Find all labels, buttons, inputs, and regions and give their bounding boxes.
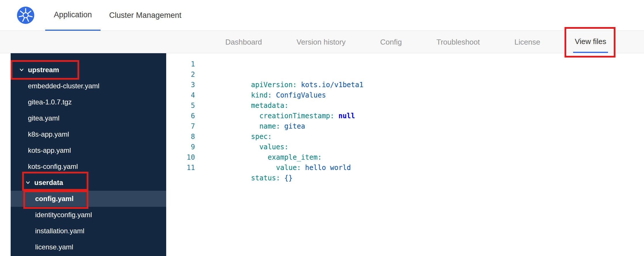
- app-nav-tab-label: Version history: [297, 38, 346, 47]
- app-nav-tab-label: Config: [380, 38, 402, 47]
- line-number: 1: [166, 59, 195, 69]
- file-tree-item[interactable]: embedded-cluster.yaml: [11, 78, 166, 94]
- chevron-down-icon: [25, 180, 31, 186]
- code-text: [209, 163, 259, 173]
- kubernetes-logo: [17, 6, 35, 24]
- file-tree: upstream embedded-cluster.yaml gitea: [11, 53, 166, 255]
- file-tree-item-label: userdata: [34, 179, 63, 187]
- chevron-down-icon: [19, 67, 24, 73]
- code-text: metadata:: [209, 80, 289, 90]
- app-nav-tab[interactable]: Dashboard: [223, 31, 264, 53]
- file-tree-item-label: kots-config.yaml: [28, 163, 78, 171]
- app-nav-tab[interactable]: Config: [378, 31, 404, 53]
- code-line: 3 metadata:: [166, 80, 644, 90]
- code-line: 10 status: {}: [166, 152, 644, 163]
- file-tree-item[interactable]: kots-config.yaml: [11, 158, 166, 175]
- file-tree-item-label: embedded-cluster.yaml: [28, 82, 99, 90]
- code-token: {}: [280, 174, 293, 182]
- app-nav-tabs: Dashboard Version history Config Trouble…: [0, 31, 644, 53]
- code-text: spec:: [209, 111, 272, 121]
- code-line: 6 spec:: [166, 111, 644, 121]
- app-nav-tab[interactable]: Version history: [295, 31, 348, 53]
- line-number: 11: [166, 163, 195, 173]
- line-number: 3: [166, 80, 195, 90]
- file-tree-item[interactable]: upstream: [11, 62, 166, 78]
- code-token: kots.io/v1beta1: [297, 81, 363, 89]
- file-tree-item[interactable]: gitea.yaml: [11, 110, 166, 126]
- app-nav: Dashboard Version history Config Trouble…: [0, 31, 644, 53]
- code-line: 4 creationTimestamp: null: [166, 90, 644, 100]
- file-tree-item[interactable]: userdata: [11, 175, 166, 191]
- code-line: 9 value: hello world: [166, 142, 644, 152]
- line-number: 6: [166, 111, 195, 121]
- line-number: 10: [166, 152, 195, 163]
- code-text: example_item:: [209, 131, 322, 142]
- file-tree-item-label: kots-app.yaml: [28, 146, 71, 154]
- line-number: 4: [166, 90, 195, 100]
- code-text: apiVersion: kots.io/v1beta1: [209, 59, 363, 69]
- file-tree-item[interactable]: gitea-1.0.7.tgz: [11, 94, 166, 110]
- file-tree-sidebar: upstream embedded-cluster.yaml gitea: [11, 53, 166, 256]
- code-line: 2 kind: ConfigValues: [166, 69, 644, 80]
- file-tree-item-label: k8s-app.yaml: [28, 130, 69, 138]
- code-text: kind: ConfigValues: [209, 69, 326, 80]
- file-tree-item[interactable]: k8s-app.yaml: [11, 126, 166, 142]
- app-nav-tab-label: View files: [575, 37, 606, 46]
- line-number: 7: [166, 121, 195, 131]
- line-number: 9: [166, 142, 195, 152]
- app-nav-tab-label: Troubleshoot: [436, 38, 480, 47]
- top-header: ApplicationCluster Management: [0, 0, 644, 31]
- file-tree-item-label: installation.yaml: [35, 227, 84, 235]
- file-tree-item-label: license.yaml: [35, 243, 73, 251]
- code-line: 5 name: gitea: [166, 100, 644, 111]
- code-text: value: hello world: [209, 142, 351, 152]
- code-editor[interactable]: 1 apiVersion: kots.io/v1beta1 2 kind: Co…: [166, 53, 644, 256]
- app-nav-tab[interactable]: View files: [573, 31, 608, 53]
- file-tree-item-label: gitea-1.0.7.tgz: [28, 98, 72, 106]
- code-line: 11: [166, 163, 644, 173]
- file-tree-item-label: identityconfig.yaml: [35, 211, 92, 219]
- code-token: null: [334, 112, 355, 120]
- app-nav-tab-label: License: [514, 38, 540, 47]
- file-tree-item[interactable]: installation.yaml: [11, 223, 166, 239]
- code-text: name: gitea: [209, 100, 305, 111]
- app-nav-tab[interactable]: Troubleshoot: [435, 31, 482, 53]
- file-tree-item[interactable]: config.yaml: [11, 191, 166, 207]
- line-number: 2: [166, 69, 195, 80]
- code-token: hello world: [301, 164, 351, 172]
- primary-nav-tab[interactable]: Application: [45, 0, 101, 31]
- file-tree-item[interactable]: license.yaml: [11, 239, 166, 255]
- code-text: values:: [209, 121, 289, 131]
- primary-nav: ApplicationCluster Management: [45, 0, 190, 31]
- line-number: 8: [166, 131, 195, 142]
- app-nav-tab-label: Dashboard: [225, 38, 262, 47]
- file-tree-item-label: gitea.yaml: [28, 114, 59, 122]
- file-tree-item[interactable]: kots-app.yaml: [11, 142, 166, 158]
- kots-admin-console: ApplicationCluster Management Dashboard …: [0, 0, 644, 256]
- file-tree-item-label: config.yaml: [35, 195, 73, 203]
- code-lines: 1 apiVersion: kots.io/v1beta1 2 kind: Co…: [166, 53, 644, 173]
- file-tree-item-label: upstream: [28, 66, 59, 74]
- app-nav-tab[interactable]: License: [513, 31, 542, 53]
- code-text: creationTimestamp: null: [209, 90, 355, 100]
- line-number: 5: [166, 100, 195, 111]
- code-text: status: {}: [209, 152, 293, 163]
- file-tree-item[interactable]: identityconfig.yaml: [11, 207, 166, 223]
- code-line: 1 apiVersion: kots.io/v1beta1: [166, 59, 644, 69]
- code-line: 7 values:: [166, 121, 644, 131]
- primary-nav-tab[interactable]: Cluster Management: [101, 0, 190, 31]
- code-line: 8 example_item:: [166, 131, 644, 142]
